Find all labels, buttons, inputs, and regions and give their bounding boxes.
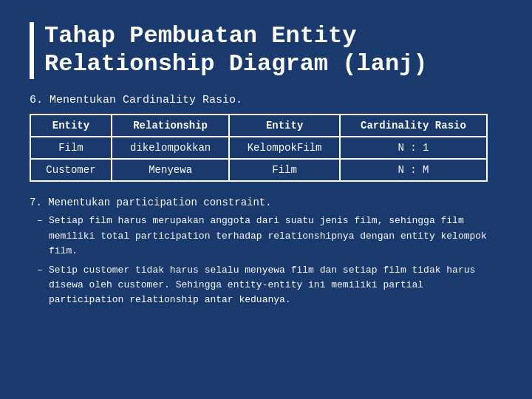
table-cell: Menyewa <box>112 159 229 181</box>
col-header-cardinality: Cardinality Rasio <box>340 115 487 137</box>
slide-title: Tahap Pembuatan Entity Relationship Diag… <box>30 22 502 79</box>
section6-label: 6. Menentukan Cardinality Rasio. <box>30 94 502 106</box>
section7-title: 7. Menentukan participation constraint. <box>30 195 502 211</box>
table-row: CustomerMenyewaFilmN : M <box>30 159 487 181</box>
section7-bullets: Setiap film harus merupakan anggota dari… <box>30 214 502 307</box>
slide: Tahap Pembuatan Entity Relationship Diag… <box>0 0 532 399</box>
bullet-2: Setip customer tidak harus selalu menyew… <box>37 263 502 307</box>
section7-text: 7. Menentukan participation constraint. … <box>30 195 502 313</box>
cardinality-table: Entity Relationship Entity Cardinality R… <box>30 114 488 182</box>
table-body: FilmdikelompokkanKelompokFilmN : 1Custom… <box>30 137 487 181</box>
cardinality-table-wrapper: Entity Relationship Entity Cardinality R… <box>30 114 502 182</box>
table-cell: KelompokFilm <box>229 137 340 159</box>
table-cell: Film <box>229 159 340 181</box>
title-line1: Tahap Pembuatan Entity <box>44 22 356 50</box>
col-header-relationship: Relationship <box>112 115 229 137</box>
col-header-entity1: Entity <box>30 115 112 137</box>
table-cell: Film <box>30 137 112 159</box>
bullet-1: Setiap film harus merupakan anggota dari… <box>37 214 502 258</box>
title-line2: Relationship Diagram (lanj) <box>44 50 427 78</box>
table-row: FilmdikelompokkanKelompokFilmN : 1 <box>30 137 487 159</box>
table-header-row: Entity Relationship Entity Cardinality R… <box>30 115 487 137</box>
table-cell: Customer <box>30 159 112 181</box>
col-header-entity2: Entity <box>229 115 340 137</box>
table-cell: N : M <box>340 159 487 181</box>
table-cell: N : 1 <box>340 137 487 159</box>
table-cell: dikelompokkan <box>112 137 229 159</box>
